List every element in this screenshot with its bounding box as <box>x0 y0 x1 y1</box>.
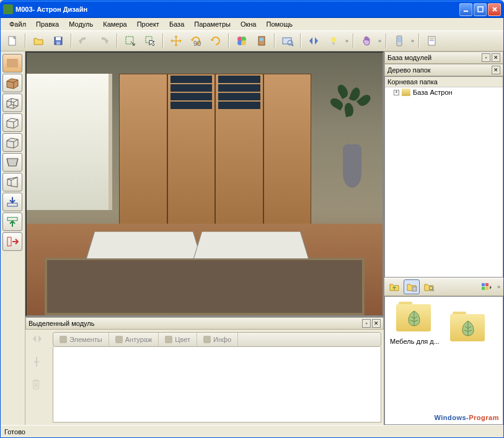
star-icon <box>115 336 123 343</box>
new-button[interactable] <box>3 32 22 50</box>
panel-float-icon[interactable]: ▫ <box>362 319 371 328</box>
doc-button[interactable] <box>423 32 441 50</box>
import-down-icon[interactable] <box>2 193 22 211</box>
grid-icon <box>60 336 67 343</box>
folder-tree[interactable]: Корневая папка + База Астрон <box>384 76 503 278</box>
panel-close-icon[interactable]: ✕ <box>492 66 500 74</box>
catalog-folder-item[interactable] <box>444 312 493 348</box>
light-button[interactable] <box>324 32 343 50</box>
tab-color[interactable]: Цвет <box>159 333 197 346</box>
tab-info[interactable]: Инфо <box>197 333 238 346</box>
toolbar-expand-3[interactable]: » <box>410 38 415 44</box>
tab-entourage[interactable]: Антураж <box>109 333 159 346</box>
svg-rect-4 <box>56 37 61 40</box>
box-solid-icon[interactable] <box>2 74 22 92</box>
folder-up-icon[interactable] <box>386 279 402 294</box>
svg-rect-32 <box>485 283 489 286</box>
rotate-button[interactable] <box>206 32 225 50</box>
box-wireframe-icon[interactable] <box>2 94 22 112</box>
tabs-row: Элементы Антураж Цвет Инфо <box>53 332 381 347</box>
titlebar[interactable]: М003- Астрон Дизайн <box>1 1 503 18</box>
tree-panel-title: Дерево папок <box>387 66 490 74</box>
toolbar-expand-1[interactable]: » <box>344 38 350 44</box>
folder-view-icon[interactable] <box>404 279 420 294</box>
select-arrow-button[interactable] <box>141 32 159 50</box>
menu-base[interactable]: База <box>164 19 189 29</box>
undo-button[interactable] <box>75 32 94 50</box>
bottom-panel: Выделенный модуль ▫ ✕ Элементы Антураж <box>25 317 384 425</box>
tree-item[interactable]: + База Астрон <box>385 87 503 97</box>
panel-float-icon[interactable]: ▫ <box>482 53 490 62</box>
door-button[interactable] <box>252 32 271 50</box>
minimize-button[interactable] <box>459 3 472 16</box>
svg-rect-1 <box>478 7 483 12</box>
import-up-icon[interactable] <box>2 212 22 231</box>
panel-close-icon[interactable]: ✕ <box>492 53 500 62</box>
menu-windows[interactable]: Окна <box>236 19 262 29</box>
bottom-panel-title: Выделенный модуль <box>29 320 361 327</box>
mirror-tool-icon[interactable] <box>30 333 45 348</box>
colors-button[interactable] <box>232 32 251 50</box>
move-button[interactable] <box>167 32 185 50</box>
room-window <box>27 74 112 210</box>
catalog-expand[interactable]: » <box>496 284 502 290</box>
inside-view-icon[interactable] <box>2 153 22 172</box>
hand-button[interactable] <box>357 32 376 50</box>
menu-camera[interactable]: Камера <box>98 19 131 29</box>
folder-search-icon[interactable] <box>421 279 437 294</box>
toolbar-expand-2[interactable]: » <box>377 38 382 44</box>
export-right-icon[interactable] <box>2 232 22 251</box>
select-rect-button[interactable] <box>121 32 139 50</box>
catalog-folder-item[interactable]: Мебель для д... <box>390 302 440 345</box>
bed-1 <box>86 232 202 259</box>
menu-params[interactable]: Параметры <box>189 19 236 29</box>
maximize-button[interactable] <box>474 3 487 16</box>
folder-icon <box>402 89 410 96</box>
trash-icon[interactable] <box>30 378 45 393</box>
svg-rect-33 <box>482 287 485 290</box>
info-icon <box>203 336 211 343</box>
material-solid-icon[interactable] <box>2 54 22 72</box>
statusbar: Готово <box>1 425 503 437</box>
svg-point-17 <box>331 37 336 42</box>
expand-icon[interactable]: + <box>394 90 399 95</box>
menu-project[interactable]: Проект <box>132 19 164 29</box>
svg-rect-29 <box>412 287 417 291</box>
open-button[interactable] <box>29 32 48 50</box>
menu-help[interactable]: Помощь <box>261 19 298 29</box>
menu-edit[interactable]: Правка <box>31 19 64 29</box>
svg-rect-15 <box>283 38 291 44</box>
rotate-90-button[interactable]: 90 <box>187 32 205 50</box>
redo-button[interactable] <box>95 32 113 50</box>
phone-button[interactable] <box>390 32 409 50</box>
view-button[interactable] <box>278 32 297 50</box>
svg-rect-27 <box>7 217 17 221</box>
tree-root-label[interactable]: Корневая папка <box>385 77 503 87</box>
view-mode-icon[interactable] <box>479 279 495 294</box>
palette-icon <box>165 336 172 343</box>
svg-rect-26 <box>7 203 17 206</box>
panel-close-icon[interactable]: ✕ <box>372 319 381 328</box>
tab-elements[interactable]: Элементы <box>53 333 109 346</box>
catalog-area[interactable]: Мебель для д... Windows-Program <box>384 296 503 425</box>
perspective-icon[interactable] <box>2 173 22 191</box>
modules-panel-header[interactable]: База модулей ▫ ✕ <box>384 51 503 64</box>
slider-tool-icon[interactable] <box>30 356 45 370</box>
mirror-button[interactable] <box>304 32 323 50</box>
wardrobe <box>119 74 311 231</box>
3d-viewport[interactable] <box>25 51 384 317</box>
modules-panel-title: База модулей <box>387 54 480 61</box>
box-wire2-icon[interactable] <box>2 113 22 132</box>
menu-module[interactable]: Модуль <box>64 19 98 29</box>
catalog-toolbar: » <box>384 278 503 296</box>
watermark: Windows-Program <box>434 413 499 422</box>
app-icon <box>3 4 13 14</box>
save-button[interactable] <box>49 32 68 50</box>
close-button[interactable] <box>488 3 501 16</box>
tree-panel-header[interactable]: Дерево папок ✕ <box>384 64 503 76</box>
bottom-panel-header[interactable]: Выделенный модуль ▫ ✕ <box>25 317 384 330</box>
menu-file[interactable]: Файл <box>4 19 31 29</box>
window-title: М003- Астрон Дизайн <box>15 6 459 13</box>
box-hidden-icon[interactable] <box>2 133 22 152</box>
vase <box>343 144 361 188</box>
